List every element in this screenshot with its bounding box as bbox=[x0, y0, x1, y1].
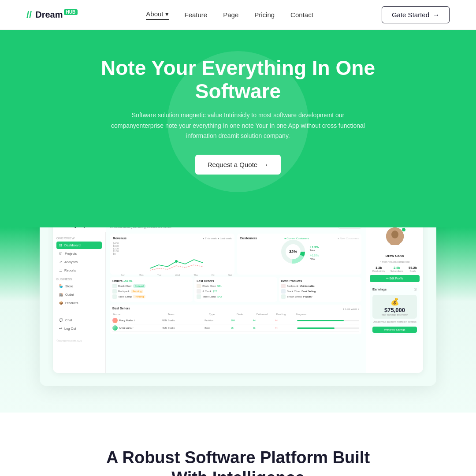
mini-profile-panel: Profile 🔔 ⚙ Dr bbox=[366, 214, 423, 373]
request-quote-button[interactable]: Request a Quote → bbox=[195, 155, 281, 175]
svg-point-6 bbox=[391, 231, 398, 238]
logo: // DreamHUB bbox=[26, 9, 78, 21]
mini-best-products-card: Best Products BackpackMaintainable Black… bbox=[279, 277, 361, 302]
mini-earnings-amount: $75,000 bbox=[375, 307, 414, 313]
mini-sidebar: // Managency Overview ⊡ Dashboard ◱ Proj… bbox=[53, 214, 106, 373]
mini-nav-analytics: ↗ Analytics bbox=[56, 258, 102, 266]
hero-section: Note Your Everything In One Software Sof… bbox=[0, 30, 476, 227]
mini-best-products-title: Best Products bbox=[281, 279, 359, 283]
svg-text:32%: 32% bbox=[289, 249, 297, 254]
mini-earnings-card: Earnings ⓘ 💰 $75,000 Your earnings this … bbox=[370, 285, 420, 335]
mini-nav-chat: 💬 Chat bbox=[56, 316, 102, 324]
mini-main-content: Dashboard All details about your selling… bbox=[106, 214, 366, 373]
mini-customers-card: Customers ● Current Customers ● New Cust… bbox=[237, 234, 361, 275]
nav-links: About ▾ Feature Page Pricing Contact bbox=[146, 10, 313, 20]
dashboard-section: // Managency Overview ⊡ Dashboard ◱ Proj… bbox=[0, 227, 476, 413]
mini-business-label: Business bbox=[56, 278, 102, 281]
mini-avatar bbox=[386, 227, 404, 245]
nav-pricing[interactable]: Pricing bbox=[254, 11, 275, 19]
mini-nav-outlet: 🏬 Outlet bbox=[56, 291, 102, 298]
mini-last-orders-title: Last Orders bbox=[197, 279, 275, 283]
hero-title: Note Your Everything In One Software bbox=[66, 56, 410, 103]
mini-top-cards: Revenue ● This week ● Last week $400$300… bbox=[110, 234, 361, 275]
logo-icon: // bbox=[26, 9, 32, 21]
hero-subtitle: Software solution magnetic value Intrins… bbox=[106, 110, 370, 141]
dashboard-wrapper: // Managency Overview ⊡ Dashboard ◱ Proj… bbox=[40, 201, 436, 386]
info-icon: ⓘ bbox=[414, 287, 417, 293]
earnings-coin-icon: 💰 bbox=[375, 298, 414, 306]
mini-seller-row-2: Anita Luna ↑ REM Studio Book 25 3k 44 bbox=[112, 324, 359, 332]
mini-orders-card: Orders +10.5% Black ChairDelayed Backpac… bbox=[110, 277, 193, 302]
features-section: A Robust Software Platform BuiltWith Int… bbox=[0, 413, 476, 476]
mini-nav-projects: ◱ Projects bbox=[56, 250, 102, 257]
mini-overview-label: Overview bbox=[56, 237, 102, 240]
revenue-chart bbox=[121, 256, 232, 272]
mini-profile-name: Drew Cano bbox=[370, 254, 420, 258]
logo-hub: HUB bbox=[64, 9, 78, 15]
navbar: // DreamHUB About ▾ Feature Page Pricing… bbox=[0, 0, 476, 30]
mini-orders-title: Orders +10.5% bbox=[112, 279, 190, 283]
get-started-button[interactable]: Gate Started → bbox=[382, 6, 450, 23]
mini-revenue-card: Revenue ● This week ● Last week $400$300… bbox=[110, 234, 234, 275]
mini-nav-store: 🏪 Store bbox=[56, 283, 102, 290]
mini-seller-row-1: Macy Mailer ↑ REM Studio Fashion 109 44 … bbox=[112, 317, 359, 324]
features-title: A Robust Software Platform BuiltWith Int… bbox=[44, 448, 432, 476]
mini-payment-note: Update your payment method in settings bbox=[372, 320, 417, 323]
mini-edit-profile-button[interactable]: ✏ Edit Profile bbox=[370, 275, 420, 282]
nav-page[interactable]: Page bbox=[223, 11, 238, 19]
mini-earnings-sub: Your earnings this month bbox=[375, 313, 414, 316]
mini-profile-stats: 1.2kProductivity 2.8kSubscribers 55.2kDe… bbox=[370, 266, 420, 272]
mini-nav-products: 📦 Products bbox=[56, 299, 102, 307]
mini-nav-logout: ↩ Log Out bbox=[56, 325, 102, 332]
nav-feature[interactable]: Feature bbox=[185, 11, 208, 19]
nav-contact[interactable]: Contact bbox=[290, 11, 313, 19]
mini-nav-dashboard: ⊡ Dashboard bbox=[56, 242, 102, 249]
nav-about[interactable]: About ▾ bbox=[146, 10, 168, 20]
online-indicator bbox=[402, 227, 406, 232]
dashboard-preview: // Managency Overview ⊡ Dashboard ◱ Proj… bbox=[53, 214, 423, 373]
mini-earnings-title: Earnings bbox=[372, 287, 387, 291]
mini-last-orders-card: Last Orders Black Chair$61 A Clock$27 Ta… bbox=[194, 277, 277, 302]
mini-donut: 32% +18% Total +16% New bbox=[240, 242, 359, 263]
mini-tasks-completed: 4 from 4 tasks completed bbox=[370, 260, 420, 263]
mini-withdraw-button[interactable]: Withdraw Savings bbox=[372, 327, 417, 333]
mini-best-sellers: Best Sellers ● Last week ↓ NameTeamTypeD… bbox=[110, 305, 361, 334]
svg-point-0 bbox=[175, 260, 178, 263]
mini-nav-reports: ☰ Reports bbox=[56, 267, 102, 274]
mini-orders-row: Orders +10.5% Black ChairDelayed Backpac… bbox=[110, 277, 361, 302]
logo-text: DreamHUB bbox=[35, 10, 78, 20]
mini-sellers-title: Best Sellers bbox=[112, 307, 130, 310]
mini-revenue-title: Revenue ● This week ● Last week bbox=[113, 236, 232, 240]
